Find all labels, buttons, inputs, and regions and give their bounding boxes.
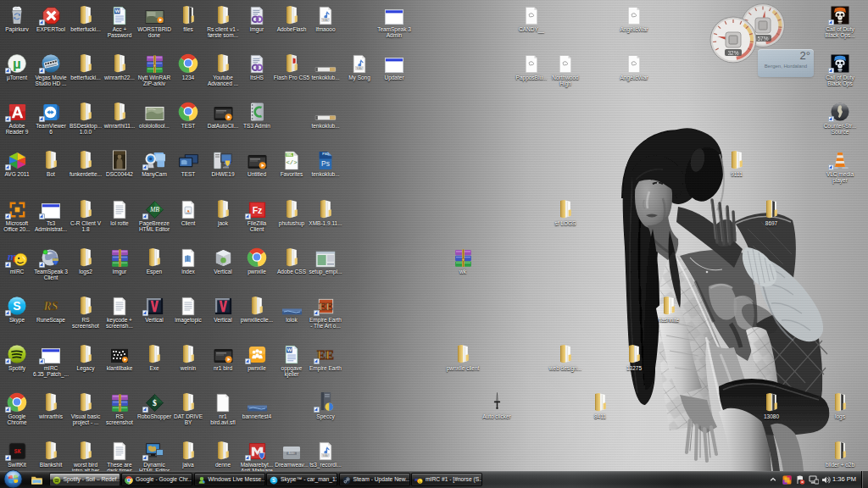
svg-text:32%: 32% [727,50,738,56]
svg-text:57%: 57% [757,36,768,42]
